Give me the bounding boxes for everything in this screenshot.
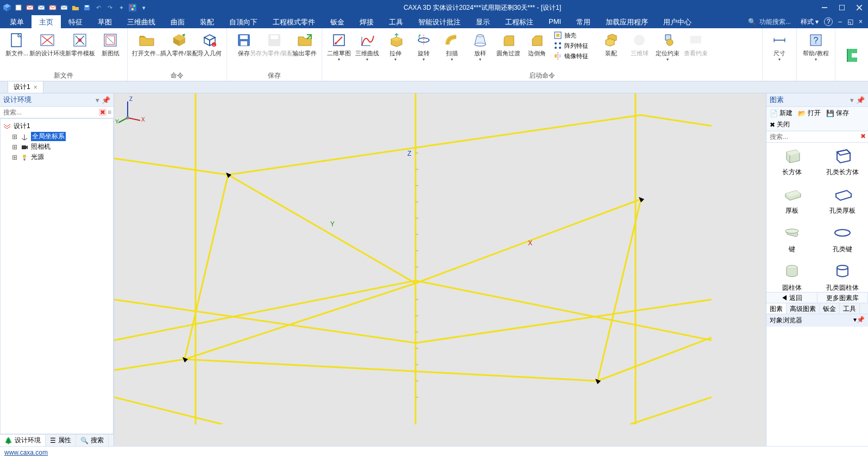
document-tab-design1[interactable]: 设计1 ×: [8, 81, 43, 93]
expand-icon[interactable]: ⊞: [11, 154, 18, 161]
shapes-more-button[interactable]: 更多图素库: [817, 292, 869, 303]
qat-new-icon[interactable]: [14, 3, 23, 12]
qat-color-icon[interactable]: [128, 3, 137, 12]
maximize-button[interactable]: [833, 0, 851, 15]
shapes-back-button[interactable]: ◀ 返回: [766, 292, 817, 303]
mdi-close-icon[interactable]: ×: [859, 18, 863, 26]
2d-sketch-button[interactable]: 二维草图▾: [325, 29, 353, 62]
tree-coordsys[interactable]: ⊞ 全局坐标系: [11, 131, 111, 142]
expand-icon[interactable]: ⊞: [11, 143, 18, 151]
tab-enganno[interactable]: 工程标注: [498, 15, 541, 28]
loft-button[interactable]: 放样▾: [467, 29, 494, 62]
doctab-close-icon[interactable]: ×: [34, 84, 37, 91]
qat-undo-icon[interactable]: ↶: [93, 3, 103, 12]
tab-common[interactable]: 常用: [569, 15, 598, 28]
pane-menu-icon[interactable]: ▾: [850, 96, 854, 104]
tab-tools[interactable]: 工具: [381, 15, 411, 28]
shape-key[interactable]: 键: [766, 220, 817, 258]
shapes-save-button[interactable]: 💾保存: [824, 108, 851, 118]
rtab-tools[interactable]: 工具: [840, 303, 860, 314]
pane-pin-icon[interactable]: 📌: [856, 96, 865, 104]
qat-settings-icon[interactable]: ✦: [116, 3, 126, 12]
new-part-template-button[interactable]: 新零件模板: [64, 29, 96, 57]
clear-search-icon[interactable]: ✖: [99, 109, 106, 116]
qat-mail1-icon[interactable]: [25, 3, 35, 12]
new-drawing-button[interactable]: 新图纸: [97, 29, 124, 57]
tab-loadapp[interactable]: 加载应用程序: [598, 15, 656, 28]
lbtab-search[interactable]: 🔍搜索: [76, 435, 109, 446]
mdi-minimize-icon[interactable]: –: [838, 18, 842, 26]
app-icon[interactable]: [2, 3, 12, 12]
new-file-button[interactable]: 新文件...: [3, 29, 30, 57]
revolve-button[interactable]: 旋转▾: [410, 29, 437, 62]
qat-mail2-icon[interactable]: [36, 3, 46, 12]
tab-usercenter[interactable]: 用户中心: [656, 15, 699, 28]
shapes-new-button[interactable]: 📄新建: [768, 108, 795, 118]
3d-viewport[interactable]: Z Y X Z Y X: [114, 93, 766, 446]
shape-cylinder[interactable]: 圆柱体: [766, 258, 817, 292]
save-as-part-button[interactable]: 另存为零件/装配...: [259, 29, 290, 57]
tab-surface[interactable]: 曲面: [163, 15, 192, 28]
pattern-button[interactable]: 阵列特征: [551, 41, 590, 50]
tree-camera[interactable]: ⊞ 照相机: [11, 142, 111, 152]
tab-topdown[interactable]: 自顶向下: [222, 15, 265, 28]
shape-hole-plate[interactable]: 孔类厚板: [817, 181, 869, 220]
tab-sketch[interactable]: 草图: [90, 15, 119, 28]
minimize-button[interactable]: [816, 0, 833, 15]
shell-button[interactable]: 抽壳: [551, 30, 590, 40]
clear-search-icon[interactable]: ✖: [858, 131, 868, 142]
shape-hole-cylinder[interactable]: 孔类圆柱体: [817, 258, 869, 292]
pane-pin-icon[interactable]: 📌: [102, 96, 110, 104]
fillet-button[interactable]: 圆角过渡: [495, 29, 522, 57]
sweep-button[interactable]: 扫描▾: [438, 29, 466, 62]
website-link[interactable]: www.caxa.com: [4, 449, 48, 456]
close-button[interactable]: [851, 0, 868, 15]
expand-icon[interactable]: ⊞: [11, 133, 18, 141]
open-file-button[interactable]: 打开文件...: [131, 29, 162, 57]
tab-weld[interactable]: 焊接: [352, 15, 381, 28]
tab-3dcurve[interactable]: 三维曲线: [119, 15, 163, 28]
rtab-shapes[interactable]: 图素: [766, 303, 787, 314]
position-constraint-button[interactable]: 定位约束▾: [654, 29, 681, 62]
tab-engpart[interactable]: 工程模式零件: [265, 15, 323, 28]
new-design-env-button[interactable]: 新的设计环境: [32, 29, 63, 57]
rtab-sheetmetal[interactable]: 钣金: [820, 303, 840, 314]
3d-ball-button[interactable]: 三维球: [626, 29, 653, 57]
view-constraint-button[interactable]: 查看约束: [682, 29, 709, 57]
tab-feature[interactable]: 特征: [61, 15, 90, 28]
lbtab-design-env[interactable]: 🌲设计环境: [0, 435, 46, 446]
pane-pin-icon[interactable]: 📌: [857, 316, 865, 323]
tab-sheetmetal[interactable]: 钣金: [323, 15, 352, 28]
3d-curve-button[interactable]: 三维曲线▾: [354, 29, 381, 62]
dimension-button[interactable]: 尺寸▾: [766, 29, 793, 62]
help-icon[interactable]: ?: [824, 17, 833, 26]
qat-dropdown-icon[interactable]: ▾: [139, 3, 149, 12]
object-browser-body[interactable]: [766, 327, 868, 446]
mdi-restore-icon[interactable]: ◱: [847, 18, 853, 26]
assembly-button[interactable]: 装配: [597, 29, 625, 57]
qat-mail3-icon[interactable]: [48, 3, 58, 12]
qat-redo-icon[interactable]: ↷: [105, 3, 115, 12]
filter-icon[interactable]: ≡: [108, 109, 111, 116]
shape-thick-plate[interactable]: 厚板: [766, 181, 817, 220]
shape-hole-cuboid[interactable]: 孔类长方体: [817, 143, 869, 181]
rtab-advanced[interactable]: 高级图素: [787, 303, 820, 314]
pane-menu-icon[interactable]: ▾: [96, 96, 99, 104]
orientation-triad[interactable]: Z Y X: [114, 93, 147, 126]
tab-home[interactable]: 主页: [32, 15, 61, 28]
shape-cuboid[interactable]: 长方体: [766, 143, 817, 181]
shapes-open-button[interactable]: 📂打开: [796, 108, 823, 118]
design-tree[interactable]: 设计1 ⊞ 全局坐标系 ⊞ 照相机 ⊞ 光源: [0, 118, 114, 434]
import-geom-button[interactable]: +导入几何: [196, 29, 223, 57]
tab-display[interactable]: 显示: [468, 15, 498, 28]
shapes-close-button[interactable]: ✖关闭: [768, 119, 792, 130]
tab-assembly[interactable]: 装配: [192, 15, 222, 28]
tab-menu[interactable]: 菜单: [2, 15, 32, 28]
ribbon-search[interactable]: 🔍 功能搜索...: [744, 15, 795, 28]
qat-open-icon[interactable]: [71, 3, 80, 12]
left-search-input[interactable]: [0, 107, 99, 118]
shapes-search-input[interactable]: [766, 131, 858, 142]
insert-part-button[interactable]: 插入零件/装配: [163, 29, 195, 57]
qat-mail4-icon[interactable]: [59, 3, 69, 12]
chamfer-button[interactable]: 边倒角: [523, 29, 550, 57]
